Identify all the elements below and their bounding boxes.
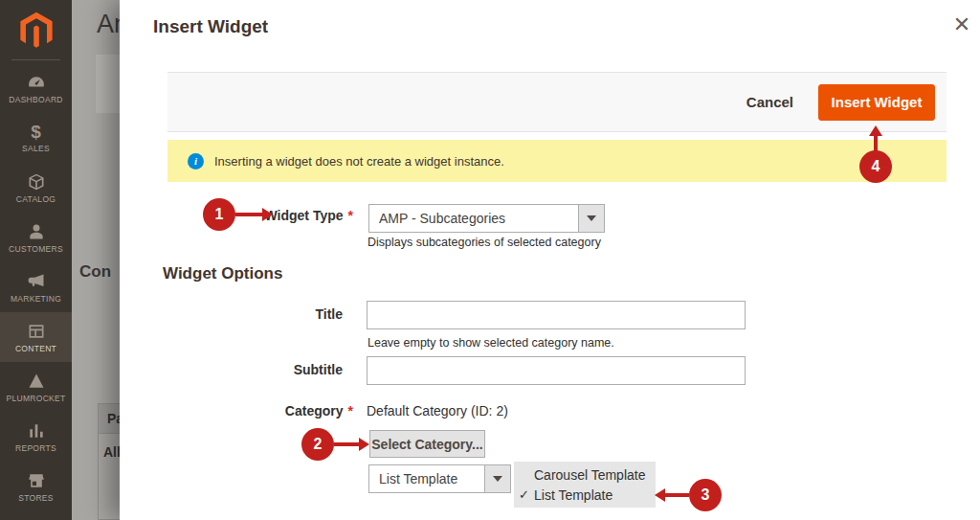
category-value: Default Category (ID: 2) — [367, 403, 508, 418]
arrow-left-stem — [665, 493, 689, 497]
sidebar-divider — [11, 59, 60, 60]
dashboard-icon — [27, 73, 46, 92]
sidebar-item-reports[interactable]: REPORTS — [0, 412, 72, 462]
catalog-icon — [27, 172, 46, 192]
arrow-right-stem — [334, 442, 359, 446]
sidebar-item-label: SALES — [22, 144, 50, 153]
annotation-step-3: 3 — [689, 479, 722, 511]
category-label: Category * — [177, 403, 353, 418]
widget-type-value: AMP - Subcategories — [369, 211, 578, 226]
template-select[interactable]: List Template — [368, 464, 511, 493]
template-select-value: List Template — [369, 471, 484, 486]
sidebar-item-marketing[interactable]: MARKETING — [0, 262, 72, 312]
sidebar-item-plumrocket[interactable]: PLUMROCKET — [0, 362, 72, 412]
cancel-button[interactable]: Cancel — [746, 94, 793, 110]
sidebar-item-label: CUSTOMERS — [9, 244, 63, 254]
chevron-down-icon[interactable] — [578, 205, 604, 232]
subtitle-input[interactable] — [367, 356, 746, 385]
title-note: Leave empty to show selected category na… — [368, 336, 614, 350]
checkmark-icon: ✓ — [519, 487, 534, 502]
arrow-left-icon — [655, 488, 665, 502]
sidebar-item-customers[interactable]: CUSTOMERS — [0, 213, 72, 262]
magento-logo[interactable] — [0, 8, 72, 54]
arrow-up-icon — [869, 125, 882, 136]
screen: DASHBOARD $ SALES CATALOG CUSTOMERS MARK… — [0, 0, 980, 520]
insert-widget-modal: Insert Widget ✕ Cancel Insert Widget i I… — [120, 0, 980, 520]
sidebar-item-label: PLUMROCKET — [6, 394, 65, 403]
required-asterisk: * — [348, 208, 353, 223]
sidebar-item-label: MARKETING — [11, 294, 61, 304]
title-label: Title — [167, 306, 343, 322]
modal-actions-bar: Cancel Insert Widget — [167, 72, 947, 132]
dropdown-option-list-template[interactable]: ✓ List Template — [514, 485, 656, 505]
marketing-icon — [27, 272, 46, 291]
insert-widget-button[interactable]: Insert Widget — [818, 84, 935, 121]
customers-icon — [27, 222, 46, 241]
required-asterisk: * — [348, 403, 353, 418]
dropdown-option-carousel-template[interactable]: Carousel Template — [514, 464, 656, 485]
magento-logo-icon — [16, 11, 56, 51]
modal-title: Insert Widget — [153, 16, 268, 37]
close-icon[interactable]: ✕ — [947, 10, 977, 40]
widget-type-select[interactable]: AMP - Subcategories — [368, 204, 605, 233]
sidebar-item-label: CATALOG — [16, 194, 56, 204]
sales-icon: $ — [31, 124, 41, 141]
sidebar-item-label: DASHBOARD — [9, 95, 63, 104]
template-dropdown-list: Carousel Template ✓ List Template — [514, 462, 656, 508]
info-notice: i Inserting a widget does not create a w… — [167, 140, 947, 182]
notice-text: Inserting a widget does not create a wid… — [214, 154, 504, 169]
sidebar-item-stores[interactable]: STORES — [0, 462, 72, 511]
subtitle-label: Subtitle — [167, 362, 343, 377]
annotation-step-2: 2 — [301, 428, 334, 461]
sidebar-item-label: REPORTS — [15, 443, 56, 453]
arrow-right-icon — [359, 438, 369, 451]
title-input[interactable] — [367, 301, 746, 329]
chevron-down-icon[interactable] — [484, 465, 510, 492]
sidebar-item-label: STORES — [18, 493, 54, 503]
sidebar-item-catalog[interactable]: CATALOG — [0, 163, 72, 213]
sidebar-item-label: CONTENT — [15, 344, 56, 353]
annotation-step-4: 4 — [859, 150, 892, 183]
stores-icon — [27, 471, 46, 490]
sidebar-item-sales[interactable]: $ SALES — [0, 113, 72, 163]
sidebar-item-content[interactable]: CONTENT — [0, 312, 72, 362]
admin-sidebar: DASHBOARD $ SALES CATALOG CUSTOMERS MARK… — [0, 0, 72, 520]
sidebar-item-dashboard[interactable]: DASHBOARD — [0, 63, 72, 113]
arrow-right-icon — [262, 208, 273, 221]
annotation-step-1: 1 — [203, 198, 235, 231]
arrow-up-stem — [874, 136, 878, 151]
widget-type-note: Displays subcategories of selected categ… — [368, 236, 601, 249]
select-category-button[interactable]: Select Category... — [369, 430, 485, 458]
section-heading-fragment: Con — [79, 262, 111, 282]
arrow-right-stem — [235, 213, 262, 216]
reports-icon — [27, 421, 46, 441]
plumrocket-icon — [27, 372, 46, 391]
info-icon: i — [188, 153, 204, 170]
content-icon — [27, 322, 46, 341]
widget-options-heading: Widget Options — [163, 264, 282, 283]
